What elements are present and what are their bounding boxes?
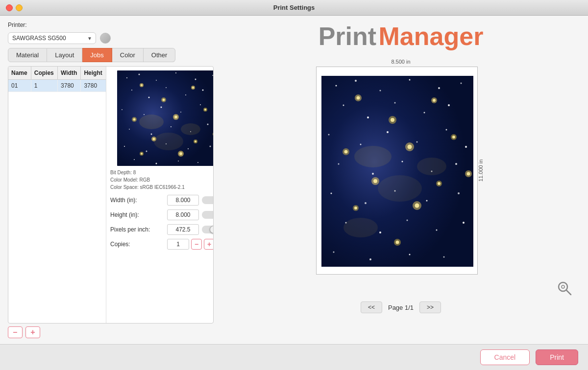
svg-point-37 <box>192 87 194 89</box>
svg-point-9 <box>166 87 167 88</box>
svg-point-68 <box>448 104 450 106</box>
svg-rect-57 <box>321 76 473 267</box>
svg-point-11 <box>202 90 203 91</box>
svg-point-20 <box>171 126 172 127</box>
copies-row: Copies: − + <box>110 239 214 250</box>
copies-plus-button[interactable]: + <box>204 239 214 250</box>
svg-point-117 <box>396 241 399 244</box>
printer-row: Printer: <box>8 22 214 28</box>
page-canvas <box>316 67 478 275</box>
svg-point-8 <box>148 97 149 98</box>
main-content: Printer: SAWGRASS SG500 Default Printer … <box>0 16 588 344</box>
svg-point-27 <box>209 146 211 147</box>
width-input[interactable] <box>167 195 199 206</box>
jobs-table-section: Name Copies Width Height 01 1 3780 3780 <box>8 67 106 323</box>
title-bar: × – Print Settings <box>0 0 588 16</box>
copies-controls: − + <box>167 239 214 250</box>
svg-point-103 <box>408 145 412 149</box>
preview-image <box>117 70 214 166</box>
ppi-label: Pixels per inch: <box>110 226 164 233</box>
svg-point-60 <box>380 90 381 92</box>
svg-point-87 <box>407 220 408 221</box>
job-name: 01 <box>8 80 31 92</box>
zoom-icon[interactable] <box>557 280 572 300</box>
svg-point-3 <box>156 80 157 81</box>
svg-point-29 <box>155 163 157 164</box>
table-spacer <box>8 92 106 323</box>
col-header-height: Height <box>81 67 106 80</box>
width-slider[interactable] <box>202 196 214 204</box>
svg-point-53 <box>179 152 182 155</box>
tab-other[interactable]: Other <box>144 48 176 62</box>
svg-point-119 <box>417 158 446 175</box>
height-slider[interactable] <box>202 211 214 219</box>
svg-point-12 <box>122 109 122 110</box>
tab-jobs[interactable]: Jobs <box>82 48 112 62</box>
svg-point-121 <box>343 218 378 237</box>
printer-select[interactable]: SAWGRASS SG500 Default Printer <box>8 32 96 44</box>
printer-select-wrapper[interactable]: SAWGRASS SG500 Default Printer ▼ <box>8 32 96 44</box>
ppi-slider[interactable] <box>202 226 214 233</box>
close-button[interactable]: × <box>6 4 13 11</box>
page-preview-wrapper: 8.500 in <box>316 59 486 275</box>
svg-point-54 <box>139 115 164 129</box>
svg-point-72 <box>416 141 418 143</box>
copies-input[interactable] <box>167 239 189 250</box>
window-controls[interactable]: × – <box>6 4 23 11</box>
print-button[interactable]: Print <box>536 349 578 365</box>
svg-point-35 <box>162 99 165 101</box>
ppi-row: Pixels per inch: <box>110 224 214 235</box>
svg-point-75 <box>338 163 340 165</box>
color-model: Color Model: RGB <box>110 176 214 184</box>
page-preview-container: 11.000 in <box>316 67 486 275</box>
svg-point-6 <box>212 75 213 76</box>
jobs-bottom-buttons: – + <box>8 326 214 338</box>
tab-color[interactable]: Color <box>112 48 144 62</box>
svg-point-63 <box>461 83 462 84</box>
svg-point-43 <box>204 109 206 111</box>
prev-page-button[interactable]: << <box>361 301 382 313</box>
printer-status-dot <box>100 33 111 44</box>
job-width: 3780 <box>58 80 81 92</box>
jobs-area: Name Copies Width Height 01 1 3780 3780 <box>8 66 214 324</box>
brand-manager-text: Manager <box>379 22 484 50</box>
svg-point-101 <box>344 150 348 154</box>
svg-point-80 <box>331 193 332 194</box>
svg-point-66 <box>394 102 396 104</box>
bit-depth: Bit Depth: 8 <box>110 169 214 176</box>
remove-job-button[interactable]: – <box>8 326 23 338</box>
svg-point-76 <box>372 173 374 175</box>
copies-minus-button[interactable]: − <box>191 239 202 250</box>
svg-point-89 <box>463 222 465 224</box>
tab-layout[interactable]: Layout <box>47 48 82 62</box>
svg-point-64 <box>343 105 344 106</box>
svg-point-86 <box>379 231 381 233</box>
cancel-button[interactable]: Cancel <box>480 349 530 365</box>
svg-point-118 <box>354 146 392 167</box>
table-row[interactable]: 01 1 3780 3780 <box>8 80 106 92</box>
svg-point-67 <box>424 112 425 114</box>
svg-point-69 <box>328 134 330 136</box>
svg-point-120 <box>378 175 422 202</box>
height-input[interactable] <box>167 209 199 220</box>
svg-point-97 <box>391 118 394 122</box>
brand-print-text: Print <box>318 22 376 50</box>
svg-point-74 <box>465 146 467 148</box>
svg-point-13 <box>144 114 145 115</box>
svg-point-109 <box>438 182 441 185</box>
svg-point-7 <box>131 90 132 91</box>
next-page-button[interactable]: >> <box>419 301 441 313</box>
svg-point-26 <box>188 148 189 149</box>
svg-point-70 <box>360 144 362 145</box>
printer-label: Printer: <box>8 22 27 28</box>
ppi-input[interactable] <box>167 224 199 235</box>
add-job-button[interactable]: + <box>25 326 40 338</box>
svg-point-33 <box>141 84 143 86</box>
minimize-button[interactable]: – <box>16 4 23 11</box>
tab-material[interactable]: Material <box>8 48 47 62</box>
svg-point-79 <box>455 163 457 165</box>
page-info: Page 1/1 <box>388 304 414 311</box>
svg-point-107 <box>373 179 377 183</box>
svg-point-1 <box>126 77 127 78</box>
svg-point-83 <box>426 200 428 202</box>
